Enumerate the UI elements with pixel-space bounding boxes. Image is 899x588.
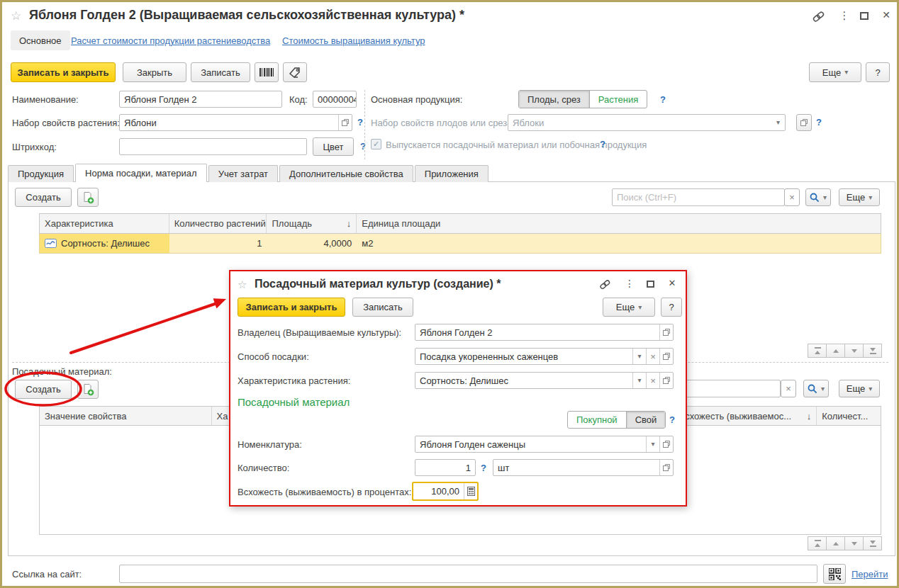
tab-planting-norm[interactable]: Норма посадки, материал	[75, 164, 207, 182]
go-previous-row-button[interactable]	[826, 536, 845, 550]
cell-characteristic[interactable]: Сортность: Делишес	[40, 234, 169, 253]
column-header-property-value[interactable]: Значение свойства	[40, 407, 212, 425]
nav-tab-main[interactable]: Основное	[11, 30, 70, 50]
table-more-button[interactable]: Еще▾	[839, 188, 880, 206]
open-icon[interactable]	[659, 349, 673, 364]
fruit-props-help-icon[interactable]: ?	[816, 117, 822, 128]
color-button[interactable]: Цвет	[313, 137, 354, 156]
cell-area[interactable]: 4,0000	[267, 234, 357, 253]
chevron-down-icon[interactable]: ▾	[646, 436, 659, 452]
fruit-props-field[interactable]: Яблоки ▾	[508, 114, 786, 131]
open-icon[interactable]	[659, 436, 673, 452]
open-icon[interactable]	[659, 460, 673, 475]
clear-field-icon[interactable]: ×	[646, 373, 659, 388]
column-header-area-unit[interactable]: Единица площади	[357, 214, 881, 233]
window-menu-icon[interactable]: ⋮	[839, 8, 850, 23]
open-icon[interactable]	[338, 115, 352, 130]
column-header-area[interactable]: Площадь↓	[267, 214, 357, 233]
clear-search-icon[interactable]: ×	[784, 188, 800, 206]
owner-field[interactable]: Яблоня Голден 2	[415, 324, 674, 341]
site-link-field[interactable]	[119, 565, 817, 583]
create-planting-material-button[interactable]: Создать	[15, 380, 72, 399]
save-and-close-button[interactable]: Записать и закрыть	[11, 62, 116, 82]
save-button[interactable]: Записать	[191, 62, 250, 82]
close-icon[interactable]: ✕	[880, 8, 893, 22]
dialog-help-button[interactable]: ?	[661, 298, 682, 317]
create-characteristic-button[interactable]: Создать	[15, 188, 72, 207]
go-to-site-link[interactable]: Перейти	[851, 569, 888, 579]
favorite-star-icon[interactable]: ☆	[11, 9, 21, 23]
open-icon[interactable]	[659, 373, 673, 388]
column-header-quantity[interactable]: Количество растений	[169, 214, 267, 233]
qr-code-icon[interactable]	[823, 564, 846, 584]
open-icon[interactable]	[659, 324, 673, 340]
go-first-row-button[interactable]	[808, 344, 827, 358]
plant-props-help-icon[interactable]: ?	[357, 117, 363, 128]
column-header-characteristic[interactable]: Характеристика	[40, 214, 169, 233]
get-link-icon[interactable]	[598, 278, 612, 290]
window-menu-icon[interactable]: ⋮	[625, 276, 635, 290]
nomenclature-field[interactable]: Яблоня Голден саженцы ▾	[415, 436, 674, 453]
go-last-row-button[interactable]	[863, 344, 882, 358]
go-previous-row-button[interactable]	[826, 344, 845, 358]
nav-link-crop-cost-calc[interactable]: Расчет стоимости продукции растениеводст…	[71, 35, 270, 46]
clear-field-icon[interactable]: ×	[646, 349, 659, 364]
column-header-germination[interactable]: Всхожесть (выживаемос...↓	[674, 407, 817, 425]
toggle-option-purchased[interactable]: Покупной	[568, 412, 626, 428]
material-more-button[interactable]: Еще▾	[839, 380, 880, 397]
get-link-icon[interactable]	[810, 9, 826, 23]
tab-attachments[interactable]: Приложения	[415, 165, 488, 182]
dialog-save-and-close-button[interactable]: Записать и закрыть	[238, 298, 345, 317]
cell-area-unit[interactable]: м2	[357, 234, 881, 253]
go-next-row-button[interactable]	[844, 536, 864, 550]
toggle-option-plants[interactable]: Растения	[589, 91, 647, 108]
create-by-copy-icon[interactable]	[77, 188, 99, 207]
search-icon[interactable]: ▾	[805, 188, 831, 206]
barcode-icon[interactable]	[255, 62, 279, 82]
create-by-copy-icon[interactable]	[77, 380, 99, 399]
quantity-field[interactable]: 1	[415, 459, 476, 476]
plant-props-field[interactable]: Яблони	[119, 114, 352, 131]
chevron-down-icon[interactable]: ▾	[771, 115, 785, 130]
go-next-row-button[interactable]	[844, 344, 864, 358]
chevron-down-icon[interactable]: ▾	[632, 349, 646, 364]
planting-method-field[interactable]: Посадка укорененных саженцев ▾ ×	[415, 348, 674, 365]
go-last-row-button[interactable]	[863, 536, 882, 550]
material-source-help-icon[interactable]: ?	[669, 414, 675, 425]
table-row[interactable]: Сортность: Делишес 1 4,0000 м2	[39, 234, 881, 254]
help-button[interactable]: ?	[866, 62, 890, 82]
cell-quantity[interactable]: 1	[169, 234, 267, 253]
tab-additional-props[interactable]: Дополнительные свойства	[279, 165, 413, 182]
price-tag-icon[interactable]	[283, 62, 307, 82]
close-icon[interactable]: ✕	[666, 276, 678, 289]
germination-field[interactable]: 100,00	[412, 482, 479, 501]
quantity-help-icon[interactable]: ?	[481, 463, 486, 473]
calculator-icon[interactable]	[464, 483, 477, 499]
more-button[interactable]: Еще▾	[809, 62, 861, 82]
name-field[interactable]: Яблоня Голден 2	[119, 91, 282, 108]
dialog-more-button[interactable]: Еще▾	[603, 298, 655, 317]
go-first-row-button[interactable]	[808, 536, 827, 550]
toggle-option-fruits[interactable]: Плоды, срез	[519, 91, 589, 108]
dialog-save-button[interactable]: Записать	[352, 298, 413, 317]
maximize-icon[interactable]	[859, 10, 870, 21]
open-icon[interactable]	[796, 114, 812, 131]
nav-link-growing-cost[interactable]: Стоимость выращивания культур	[282, 35, 425, 46]
favorite-star-icon[interactable]: ☆	[238, 278, 247, 291]
release-material-help-icon[interactable]: ?	[600, 139, 605, 149]
plant-characteristic-field[interactable]: Сортность: Делишес ▾ ×	[415, 372, 674, 389]
chevron-down-icon[interactable]: ▾	[632, 373, 646, 388]
tab-production[interactable]: Продукция	[8, 165, 74, 182]
release-material-checkbox[interactable]: ✓	[371, 139, 381, 149]
main-product-help-icon[interactable]: ?	[660, 94, 666, 105]
close-button[interactable]: Закрыть	[123, 62, 186, 82]
search-input[interactable]	[612, 188, 785, 206]
column-header-quantity[interactable]: Количест...	[817, 407, 881, 425]
unit-field[interactable]: шт	[493, 459, 674, 476]
search-icon[interactable]: ▾	[803, 380, 829, 397]
clear-search-icon[interactable]: ×	[781, 380, 796, 397]
maximize-icon[interactable]	[645, 278, 656, 289]
toggle-option-own[interactable]: Свой	[626, 412, 666, 428]
barcode-field[interactable]	[119, 138, 307, 155]
code-field[interactable]: 000000047	[313, 91, 357, 108]
